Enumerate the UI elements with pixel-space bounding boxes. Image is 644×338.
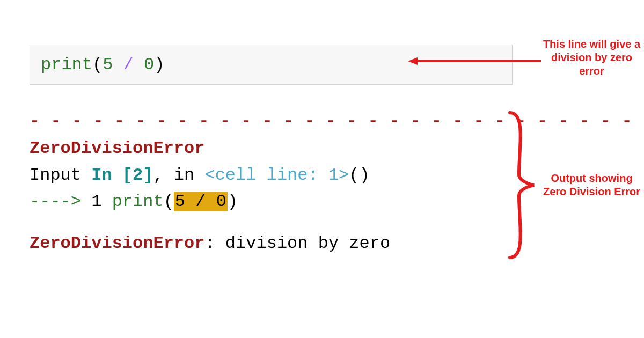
traceback-rparen: ): [228, 192, 238, 211]
code-token-num1: 5: [103, 55, 113, 75]
error-name: ZeroDivisionError: [30, 138, 204, 158]
traceback-exec-count: 2: [133, 165, 143, 185]
final-error-message: division by zero: [225, 233, 390, 253]
code-token-rparen: ): [154, 55, 164, 75]
traceback-lparen: (: [164, 192, 174, 211]
traceback-output: ZeroDivisionError Input In [2], in <cell…: [30, 135, 390, 256]
code-token-num2: 0: [144, 55, 154, 75]
code-token-lparen: (: [92, 55, 103, 75]
final-error-colon: :: [204, 233, 225, 253]
traceback-comma: ,: [153, 165, 173, 185]
annotation-mid-right: Output showing Zero Division Error: [539, 172, 644, 199]
traceback-in2: in: [174, 165, 205, 185]
traceback-cell-ref: <cell line: 1>: [204, 165, 349, 185]
annotation-arrow-icon: [408, 56, 542, 67]
traceback-fn: print: [112, 192, 164, 211]
final-error-name: ZeroDivisionError: [30, 233, 204, 253]
code-token-slash: /: [113, 55, 144, 75]
traceback-bracket-open: [: [122, 165, 133, 185]
annotation-brace-icon: [507, 110, 539, 260]
traceback-parens: (): [349, 165, 369, 185]
code-token-print: print: [41, 55, 92, 75]
traceback-separator: - - - - - - - - - - - - - - - - - - - - …: [30, 111, 644, 131]
traceback-lineno: 1: [91, 192, 112, 211]
traceback-bracket-close: ]: [143, 165, 153, 185]
traceback-input-label: Input: [30, 165, 91, 185]
traceback-highlight: 5 / 0: [174, 192, 228, 211]
traceback-in-keyword: In: [91, 165, 122, 185]
annotation-top-right: This line will give a division by zero e…: [542, 38, 641, 78]
traceback-arrow: ---->: [30, 192, 91, 211]
svg-marker-1: [408, 57, 418, 65]
